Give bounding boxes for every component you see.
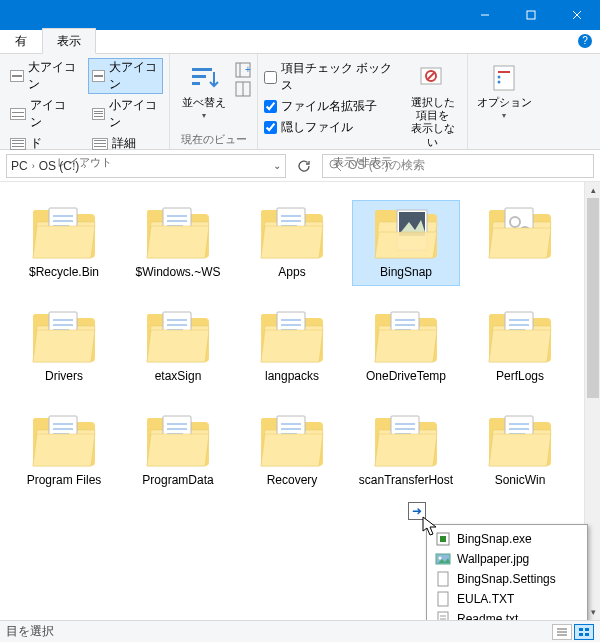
file-item[interactable]: scanTransferHost	[352, 408, 460, 494]
tab-view[interactable]: 表示	[42, 28, 96, 54]
search-icon	[329, 159, 342, 172]
file-item[interactable]: langpacks	[238, 304, 346, 390]
svg-point-19	[330, 160, 338, 168]
folder-icon	[143, 206, 213, 262]
file-item[interactable]: SonicWin	[466, 408, 574, 494]
file-name: PerfLogs	[496, 370, 544, 384]
svg-point-17	[498, 76, 501, 79]
chevron-right-icon[interactable]: ›	[32, 161, 35, 171]
file-item[interactable]: etaxSign	[124, 304, 232, 390]
ribbon-group-show-hide: 項目チェック ボックス ファイル名拡張子 隠しファイル 選択した項目を 表示しな…	[258, 54, 468, 149]
file-item[interactable]: ProgramData	[124, 408, 232, 494]
file-name: langpacks	[265, 370, 319, 384]
folder-icon	[485, 414, 555, 470]
layout-label: 詳細	[112, 135, 136, 152]
breadcrumb-pc[interactable]: PC	[11, 159, 28, 173]
view-large-icons-button[interactable]	[574, 624, 594, 640]
chevron-down-icon[interactable]: ⌄	[273, 160, 281, 171]
folder-icon	[29, 414, 99, 470]
search-placeholder: OS (C:)の検索	[348, 157, 425, 174]
folder-icon	[29, 310, 99, 366]
popup-file-name: EULA.TXT	[457, 592, 514, 606]
file-item[interactable]: PerfLogs	[466, 304, 574, 390]
file-name: Recovery	[267, 474, 318, 488]
sort-button[interactable]: 並べ替え ▾	[176, 58, 231, 125]
help-icon[interactable]: ?	[578, 34, 592, 48]
check-filename-ext[interactable]: ファイル名拡張子	[264, 98, 396, 115]
popup-file-row[interactable]: EULA.TXT	[429, 589, 585, 609]
search-input[interactable]: OS (C:)の検索	[322, 154, 594, 178]
file-name: OneDriveTemp	[366, 370, 446, 384]
file-item[interactable]: Drivers	[10, 304, 118, 390]
svg-line-20	[337, 167, 341, 171]
scroll-thumb[interactable]	[587, 198, 599, 398]
file-item[interactable]: Recovery	[238, 408, 346, 494]
popup-file-row[interactable]: BingSnap.exe	[429, 529, 585, 549]
layout-small[interactable]: 小アイコン	[88, 96, 164, 132]
window-titlebar	[0, 0, 600, 30]
file-name: $Recycle.Bin	[29, 266, 99, 280]
layout-label: ド	[30, 135, 42, 152]
group-label-current-view: 現在のビュー	[176, 130, 251, 147]
file-name: scanTransferHost	[359, 474, 453, 488]
minimize-button[interactable]	[462, 0, 508, 30]
file-name: BingSnap	[380, 266, 432, 280]
file-name: Drivers	[45, 370, 83, 384]
folder-icon	[485, 310, 555, 366]
file-item[interactable]: OneDriveTemp	[352, 304, 460, 390]
address-bar-row: PC › OS (C:) › ⌄ OS (C:)の検索	[0, 150, 600, 182]
file-name: Program Files	[27, 474, 102, 488]
chevron-down-icon: ▾	[202, 111, 206, 121]
layout-extra-large[interactable]: 大アイコン	[6, 58, 82, 94]
popup-file-row[interactable]: BingSnap.Settings	[429, 569, 585, 589]
svg-point-18	[498, 81, 501, 84]
popup-file-row[interactable]: Readme.txt	[429, 609, 585, 620]
hide-selected-icon	[417, 62, 449, 94]
layout-list[interactable]: ド	[6, 134, 82, 153]
txt-icon	[435, 611, 451, 620]
svg-point-24	[439, 557, 442, 560]
svg-rect-36	[579, 633, 583, 636]
svg-rect-15	[494, 66, 514, 90]
svg-rect-37	[585, 633, 589, 636]
status-bar: 目を選択	[0, 620, 600, 642]
popup-file-name: BingSnap.exe	[457, 532, 532, 546]
file-item[interactable]: $Recycle.Bin	[10, 200, 118, 286]
close-button[interactable]	[554, 0, 600, 30]
options-button[interactable]: オプション ▾	[474, 58, 534, 125]
tab-manage[interactable]: 有	[0, 28, 42, 54]
file-item[interactable]: $Windows.~WS	[124, 200, 232, 286]
svg-rect-6	[192, 82, 200, 85]
layout-large[interactable]: 大アイコン	[88, 58, 164, 94]
ribbon-group-options: オプション ▾	[468, 54, 538, 149]
sort-label: 並べ替え	[182, 96, 226, 109]
file-item[interactable]: Apps	[238, 200, 346, 286]
file-name: SonicWin	[495, 474, 546, 488]
sort-icon	[188, 62, 220, 94]
layout-details[interactable]: 詳細	[88, 134, 164, 153]
file-icon	[435, 591, 451, 607]
popup-file-name: BingSnap.Settings	[457, 572, 556, 586]
check-item-checkboxes[interactable]: 項目チェック ボックス	[264, 60, 396, 94]
breadcrumb[interactable]: PC › OS (C:) › ⌄	[6, 154, 286, 178]
file-name: Apps	[278, 266, 305, 280]
chevron-right-icon[interactable]: ›	[83, 161, 86, 171]
check-hidden-files[interactable]: 隠しファイル	[264, 119, 396, 136]
refresh-button[interactable]	[292, 154, 316, 178]
add-column-icon[interactable]: +	[235, 62, 251, 78]
popup-file-name: Readme.txt	[457, 612, 518, 620]
breadcrumb-drive[interactable]: OS (C:)	[39, 159, 80, 173]
layout-medium[interactable]: アイコン	[6, 96, 82, 132]
svg-rect-1	[527, 11, 535, 19]
file-item[interactable]: Program Files	[10, 408, 118, 494]
popup-file-row[interactable]: Wallpaper.jpg	[429, 549, 585, 569]
view-details-button[interactable]	[552, 624, 572, 640]
file-item[interactable]: BingSnap	[352, 200, 460, 286]
maximize-button[interactable]	[508, 0, 554, 30]
size-columns-icon[interactable]	[235, 81, 251, 97]
folder-icon	[371, 414, 441, 470]
file-item[interactable]	[466, 200, 574, 286]
scroll-up-icon[interactable]: ▴	[585, 182, 600, 198]
folder-icon	[143, 310, 213, 366]
hide-selected-button[interactable]: 選択した項目を 表示しない	[404, 58, 461, 153]
